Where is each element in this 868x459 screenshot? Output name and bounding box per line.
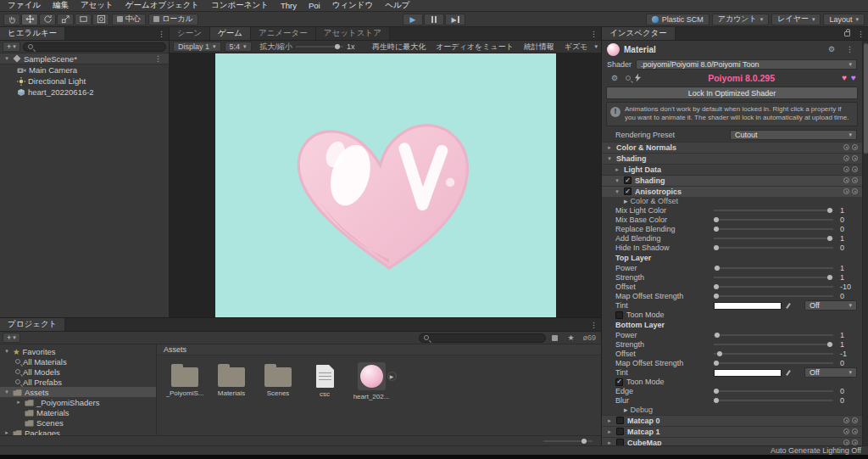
animate-icon[interactable] <box>843 439 849 445</box>
play-button[interactable]: ▶ <box>403 14 423 25</box>
color-offset-foldout[interactable]: ▸ Color & Offset <box>602 197 862 206</box>
top-toon-mode-checkbox[interactable]: ✓ <box>615 311 623 319</box>
shading-checkbox[interactable]: ✓ <box>624 176 632 184</box>
rotate-tool-button[interactable] <box>39 14 56 25</box>
section-cubemap[interactable]: ▸ ✓ CubeMap <box>602 437 862 445</box>
asset-folder-scenes[interactable]: Scenes <box>259 362 298 397</box>
game-view-menu-icon[interactable]: ⋮ <box>587 27 601 40</box>
account-dropdown[interactable]: アカウント▾ <box>712 14 770 25</box>
search-icon[interactable] <box>626 76 631 81</box>
gear-icon[interactable]: ⚙ <box>608 74 621 82</box>
replace-blending-slider[interactable] <box>714 225 833 233</box>
section-anisotropics[interactable]: ▾ ✓ Anisotropics <box>602 186 862 197</box>
top-tint-color-swatch[interactable] <box>714 302 782 310</box>
shader-dropdown[interactable]: .poiyomi/Poiyomi 8.0/Poiyomi Toon▾ <box>636 59 857 70</box>
cubemap-checkbox[interactable]: ✓ <box>616 439 624 445</box>
space-toggle-button[interactable]: ローカル <box>148 14 198 25</box>
display-dropdown[interactable]: Display 1▾ <box>173 42 221 52</box>
preset-icon[interactable] <box>852 428 858 434</box>
asset-file-csc[interactable]: csc <box>305 362 344 398</box>
section-color-normals[interactable]: ▸ Color & Normals <box>602 142 862 153</box>
pause-button[interactable] <box>424 14 444 25</box>
gizmos-dropdown[interactable]: ギズモ <box>561 42 592 53</box>
section-matcap1[interactable]: ▸ ✓ Matcap 1 <box>602 426 862 437</box>
tab-asset-store[interactable]: アセットストア <box>316 27 390 40</box>
maximize-on-play-toggle[interactable]: 再生時に最大化 <box>369 42 429 53</box>
top-strength-slider[interactable] <box>714 273 833 282</box>
mix-light-color-slider[interactable] <box>714 206 833 215</box>
bottom-tint-color-swatch[interactable] <box>714 369 782 377</box>
project-menu-icon[interactable]: ⋮ <box>587 318 601 331</box>
section-shading-toggle[interactable]: ▾ ✓ Shading <box>602 175 862 186</box>
section-light-data[interactable]: ▸ Light Data <box>602 164 862 175</box>
mute-audio-toggle[interactable]: オーディオをミュート <box>432 42 517 53</box>
heart-purple-icon[interactable]: ♥ <box>851 73 856 82</box>
rendering-preset-dropdown[interactable]: Cutout▾ <box>730 130 857 140</box>
foldout-open-icon[interactable]: ▾ <box>3 389 10 395</box>
bottom-offset-slider[interactable] <box>714 350 833 358</box>
layers-dropdown[interactable]: レイヤー▾ <box>771 14 821 25</box>
bottom-power-slider[interactable] <box>714 331 833 339</box>
tab-hierarchy[interactable]: ヒエラルキー <box>0 27 65 40</box>
preset-icon[interactable] <box>852 417 858 423</box>
preset-icon[interactable] <box>852 177 858 183</box>
tab-animator[interactable]: アニメーター <box>251 27 316 40</box>
animate-icon[interactable] <box>843 177 849 183</box>
anisotropics-checkbox[interactable]: ✓ <box>624 188 632 195</box>
menu-component[interactable]: コンポーネント <box>205 0 275 11</box>
tree-assets[interactable]: ▾ Assets <box>0 387 156 397</box>
lock-icon[interactable] <box>844 31 850 36</box>
tree-packages[interactable]: ▸ Packages <box>0 428 156 435</box>
animate-icon[interactable] <box>843 144 849 150</box>
thumbnail-size-slider[interactable] <box>543 438 593 445</box>
top-map-offset-strength-slider[interactable] <box>714 292 833 300</box>
foldout-open-icon[interactable]: ▾ <box>3 55 10 62</box>
gear-icon[interactable]: ⚙ <box>825 45 838 53</box>
menu-gameobject[interactable]: ゲームオブジェクト <box>120 0 205 11</box>
hand-tool-button[interactable] <box>3 14 20 25</box>
top-offset-slider[interactable] <box>714 283 833 291</box>
expand-subassets-icon[interactable]: ▶ <box>387 372 397 381</box>
game-viewport[interactable] <box>170 53 601 317</box>
hide-in-shadow-slider[interactable] <box>714 243 833 252</box>
foldout-open-icon[interactable]: ▾ <box>3 348 10 355</box>
tree-materials[interactable]: Materials <box>0 407 156 417</box>
animate-icon[interactable] <box>843 188 849 194</box>
stats-toggle[interactable]: 統計情報 <box>520 42 558 53</box>
tab-game[interactable]: ゲーム <box>210 27 251 40</box>
material-menu-icon[interactable]: ⋮ <box>843 45 857 53</box>
mix-base-color-slider[interactable] <box>714 216 833 224</box>
tree-all-materials[interactable]: All Materials <box>0 356 156 367</box>
hierarchy-menu-icon[interactable]: ⋮ <box>154 27 169 40</box>
tree-scenes[interactable]: Scenes <box>0 417 156 428</box>
favorite-search-icon[interactable]: ★ <box>564 333 577 342</box>
top-tint-mode-dropdown[interactable]: Off▾ <box>804 300 857 311</box>
heart-pink-icon[interactable]: ♥ <box>842 73 847 82</box>
inspector-menu-icon[interactable]: ⋮ <box>854 27 868 40</box>
foldout-closed-icon[interactable]: ▸ <box>3 429 10 435</box>
hierarchy-item-heart[interactable]: heart_20220616-2 <box>0 87 169 98</box>
project-search-input[interactable] <box>419 333 546 343</box>
aspect-dropdown[interactable]: 5:4▾ <box>225 42 252 52</box>
tab-project[interactable]: プロジェクト <box>0 318 65 331</box>
menu-file[interactable]: ファイル <box>2 0 47 11</box>
hierarchy-search-input[interactable] <box>23 42 166 52</box>
menu-thry[interactable]: Thry <box>275 1 303 10</box>
hierarchy-add-button[interactable]: +▾ <box>3 42 20 52</box>
matcap0-checkbox[interactable]: ✓ <box>616 417 624 424</box>
preset-icon[interactable] <box>852 166 858 172</box>
menu-edit[interactable]: 編集 <box>47 0 75 11</box>
lightning-icon[interactable] <box>635 73 641 82</box>
scrollbar-thumb[interactable] <box>864 43 868 154</box>
edge-slider[interactable] <box>714 387 833 395</box>
menu-assets[interactable]: アセット <box>75 0 120 11</box>
step-button[interactable]: ▶ <box>445 14 465 25</box>
hidden-packages-badge[interactable]: ø69 <box>580 333 598 342</box>
menu-poi[interactable]: Poi <box>303 1 326 10</box>
animate-icon[interactable] <box>843 166 849 172</box>
move-tool-button[interactable] <box>21 14 38 25</box>
hierarchy-scene-row[interactable]: ▾ SampleScene* ⋮ <box>0 53 169 64</box>
tab-inspector[interactable]: インスペクター <box>602 27 676 40</box>
eyedropper-icon[interactable] <box>785 369 792 377</box>
tree-all-prefabs[interactable]: All Prefabs <box>0 377 156 387</box>
